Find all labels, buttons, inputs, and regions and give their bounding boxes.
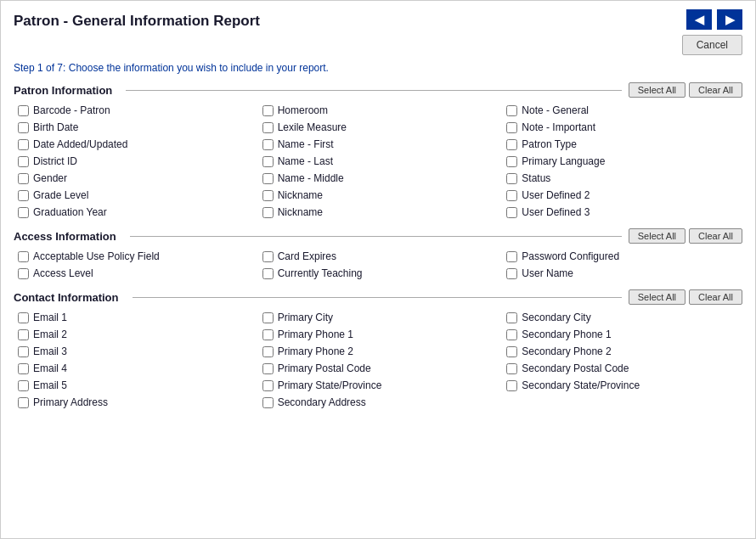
list-item: User Defined 2 <box>506 189 742 201</box>
select-all-button-contact_information[interactable]: Select All <box>629 289 685 305</box>
checkbox-label-contact_information-14: Secondary State/Province <box>522 379 640 391</box>
checkbox-label-patron_information-17: User Defined 2 <box>522 189 590 201</box>
checkbox-contact_information-9[interactable] <box>18 363 29 374</box>
clear-all-button-patron_information[interactable]: Clear All <box>689 82 742 98</box>
checkbox-patron_information-13[interactable] <box>262 173 274 184</box>
checkbox-access_information-5[interactable] <box>506 268 517 279</box>
checkbox-contact_information-1[interactable] <box>262 312 274 323</box>
checkbox-patron_information-1[interactable] <box>262 105 274 116</box>
checkbox-label-contact_information-15: Primary Address <box>33 396 108 408</box>
checkbox-patron_information-16[interactable] <box>262 190 274 201</box>
select-all-button-access_information[interactable]: Select All <box>629 228 685 244</box>
select-all-button-patron_information[interactable]: Select All <box>629 82 685 98</box>
checkbox-patron_information-7[interactable] <box>262 139 274 150</box>
list-item: Nickname <box>262 206 499 218</box>
checkbox-patron_information-10[interactable] <box>262 156 274 167</box>
checkbox-label-access_information-2: Password Configured <box>522 250 619 262</box>
list-item: Birth Date <box>18 121 254 133</box>
checkbox-patron_information-5[interactable] <box>506 122 517 133</box>
list-item: Secondary Phone 2 <box>506 345 742 357</box>
list-item: Barcode - Patron <box>18 104 254 116</box>
list-item: Email 1 <box>18 312 254 323</box>
page-container: Patron - General Information Report ◀ ▶ … <box>1 1 755 538</box>
list-item: Primary City <box>262 312 499 323</box>
checkbox-contact_information-3[interactable] <box>18 329 29 340</box>
forward-arrow-button[interactable]: ▶ <box>717 9 742 30</box>
checkbox-patron_information-14[interactable] <box>506 173 517 184</box>
checkbox-grid-contact_information: Email 1Primary CitySecondary CityEmail 2… <box>14 312 742 408</box>
checkbox-patron_information-11[interactable] <box>506 156 517 167</box>
cancel-button[interactable]: Cancel <box>682 35 742 55</box>
checkbox-contact_information-10[interactable] <box>262 363 274 374</box>
checkbox-label-patron_information-12: Gender <box>33 172 67 184</box>
checkbox-label-patron_information-4: Lexile Measure <box>278 121 347 133</box>
list-item: Secondary State/Province <box>506 379 742 391</box>
checkbox-label-patron_information-6: Date Added/Updated <box>33 138 127 150</box>
checkbox-label-patron_information-19: Nickname <box>278 206 323 218</box>
checkbox-patron_information-9[interactable] <box>18 156 29 167</box>
checkbox-patron_information-17[interactable] <box>506 190 517 201</box>
checkbox-label-contact_information-6: Email 3 <box>33 345 67 357</box>
checkbox-patron_information-15[interactable] <box>18 190 29 201</box>
checkbox-contact_information-4[interactable] <box>262 329 274 340</box>
checkbox-label-contact_information-10: Primary Postal Code <box>278 362 371 374</box>
checkbox-patron_information-3[interactable] <box>18 122 29 133</box>
checkbox-contact_information-14[interactable] <box>506 380 517 391</box>
checkbox-patron_information-19[interactable] <box>262 207 274 218</box>
list-item: Access Level <box>18 267 254 279</box>
checkbox-label-patron_information-1: Homeroom <box>278 104 328 116</box>
list-item: Primary Postal Code <box>262 362 499 374</box>
list-item <box>506 396 742 408</box>
checkbox-label-contact_information-1: Primary City <box>278 312 333 323</box>
checkbox-contact_information-7[interactable] <box>262 346 274 357</box>
step-text-prefix: Step 1 of 7: <box>14 62 65 74</box>
list-item: Lexile Measure <box>262 121 499 133</box>
clear-all-button-access_information[interactable]: Clear All <box>689 228 742 244</box>
checkbox-contact_information-15[interactable] <box>18 397 29 408</box>
checkbox-patron_information-4[interactable] <box>262 122 274 133</box>
checkbox-contact_information-13[interactable] <box>262 380 274 391</box>
checkbox-label-patron_information-14: Status <box>522 172 550 184</box>
section-header-patron_information: Patron InformationSelect AllClear All <box>14 82 742 98</box>
checkbox-access_information-2[interactable] <box>506 251 517 262</box>
checkbox-patron_information-12[interactable] <box>18 173 29 184</box>
list-item: Secondary Address <box>262 396 499 408</box>
list-item: Homeroom <box>262 104 499 116</box>
section-contact_information: Contact InformationSelect AllClear AllEm… <box>14 289 742 408</box>
checkbox-contact_information-6[interactable] <box>18 346 29 357</box>
list-item: Status <box>506 172 742 184</box>
list-item: Primary State/Province <box>262 379 499 391</box>
back-arrow-button[interactable]: ◀ <box>686 9 712 30</box>
checkbox-patron_information-2[interactable] <box>506 105 517 116</box>
checkbox-patron_information-18[interactable] <box>18 207 29 218</box>
checkbox-contact_information-0[interactable] <box>18 312 29 323</box>
checkbox-contact_information-16[interactable] <box>262 397 274 408</box>
list-item: Email 3 <box>18 345 254 357</box>
checkbox-patron_information-0[interactable] <box>18 105 29 116</box>
page-title: Patron - General Information Report <box>14 9 260 30</box>
checkbox-label-contact_information-4: Primary Phone 1 <box>278 328 353 340</box>
checkbox-access_information-1[interactable] <box>262 251 274 262</box>
section-header-access_information: Access InformationSelect AllClear All <box>14 228 742 244</box>
checkbox-access_information-0[interactable] <box>18 251 29 262</box>
checkbox-access_information-3[interactable] <box>18 268 29 279</box>
checkbox-contact_information-2[interactable] <box>506 312 517 323</box>
checkbox-patron_information-20[interactable] <box>506 207 517 218</box>
clear-all-button-contact_information[interactable]: Clear All <box>689 289 742 305</box>
checkbox-label-contact_information-13: Primary State/Province <box>278 379 382 391</box>
top-right-controls: ◀ ▶ Cancel <box>682 9 742 55</box>
checkbox-contact_information-12[interactable] <box>18 380 29 391</box>
list-item: Secondary Phone 1 <box>506 328 742 340</box>
checkbox-patron_information-8[interactable] <box>506 139 517 150</box>
checkbox-contact_information-5[interactable] <box>506 329 517 340</box>
checkbox-label-patron_information-8: Patron Type <box>522 138 577 150</box>
checkbox-label-patron_information-11: Primary Language <box>522 155 605 167</box>
checkbox-contact_information-11[interactable] <box>506 363 517 374</box>
checkbox-patron_information-6[interactable] <box>18 139 29 150</box>
checkbox-access_information-4[interactable] <box>262 268 274 279</box>
list-item: Secondary Postal Code <box>506 362 742 374</box>
list-item: Name - Middle <box>262 172 499 184</box>
nav-arrows: ◀ ▶ <box>686 9 742 30</box>
checkbox-label-access_information-0: Acceptable Use Policy Field <box>33 250 160 262</box>
checkbox-contact_information-8[interactable] <box>506 346 517 357</box>
